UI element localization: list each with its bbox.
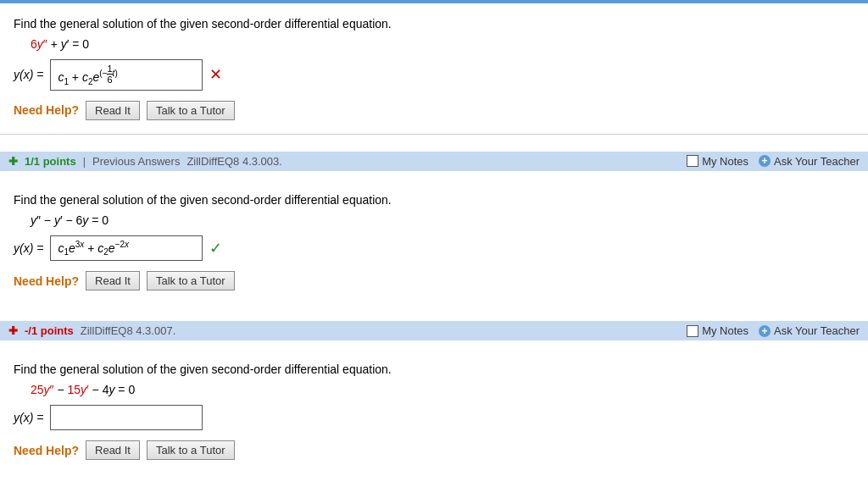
problem-0-title: Find the general solution of the given s… [14, 17, 854, 30]
problem-0-help-row: Need Help? Read It Talk to a Tutor [14, 101, 854, 120]
talk-to-tutor-0-button[interactable]: Talk to a Tutor [147, 101, 235, 120]
answer-0-label: y(x) = [14, 68, 43, 81]
problem-2-header-right: My Notes + Ask Your Teacher [687, 324, 860, 337]
problem-1-header-left: ✚ 1/1 points | Previous Answers ZillDiff… [8, 155, 282, 168]
problem-2-section: ✚ -/1 points ZillDiffEQ8 4.3.007. My Not… [0, 321, 868, 473]
equation-2-colored-2: 15y′ [68, 383, 89, 396]
equation-2-rest: − 4y = 0 [92, 383, 136, 396]
answer-2-label: y(x) = [14, 411, 43, 424]
problem-1-title: Find the general solution of the given s… [14, 193, 854, 207]
problem-2-equation: 25y″ − 15y′ − 4y = 0 [31, 383, 854, 396]
problem-2-body: Find the general solution of the given s… [0, 349, 868, 473]
my-notes-2-label: My Notes [702, 324, 748, 337]
problem-2-help-row: Need Help? Read It Talk to a Tutor [14, 440, 854, 460]
answer-2-input[interactable] [50, 405, 203, 430]
equation-colored-part: 6y″ [31, 37, 47, 51]
answer-1-box: c1e3x + c2e−2x [50, 235, 203, 261]
problem-1-equation: y″ − y′ − 6y = 0 [31, 213, 854, 227]
problem-2-header: ✚ -/1 points ZillDiffEQ8 4.3.007. My Not… [0, 321, 868, 340]
need-help-0-label: Need Help? [14, 103, 79, 117]
separator-1: | [83, 155, 86, 168]
problem-2-header-left: ✚ -/1 points ZillDiffEQ8 4.3.007. [8, 324, 175, 337]
incorrect-mark[interactable]: ✕ [209, 65, 222, 84]
ask-teacher-1-label: Ask Your Teacher [774, 155, 860, 168]
need-help-1-label: Need Help? [14, 274, 79, 288]
ask-teacher-2-label: Ask Your Teacher [774, 324, 860, 337]
my-notes-1-label: My Notes [702, 155, 748, 168]
problem-1-prev-answers: Previous Answers [92, 155, 180, 168]
answer-0-box: c1 + c2e(−16t) [50, 59, 203, 91]
problem-1-header: ✚ 1/1 points | Previous Answers ZillDiff… [0, 152, 868, 171]
answer-1-label: y(x) = [14, 241, 43, 255]
problem-1-section: ✚ 1/1 points | Previous Answers ZillDiff… [0, 152, 868, 304]
problem-1-help-row: Need Help? Read It Talk to a Tutor [14, 271, 854, 290]
problem-2-id: ZillDiffEQ8 4.3.007. [81, 324, 175, 337]
my-notes-2-button[interactable]: My Notes [687, 324, 748, 337]
problem-0-equation: 6y″ + y′ = 0 [31, 37, 854, 51]
problem-1-id: ZillDiffEQ8 4.3.003. [186, 155, 281, 168]
ask-teacher-1-button[interactable]: + Ask Your Teacher [759, 155, 860, 168]
ask-teacher-2-button[interactable]: + Ask Your Teacher [759, 324, 860, 337]
problem-0-section: Find the general solution of the given s… [0, 3, 868, 135]
problem-1-body: Find the general solution of the given s… [0, 180, 868, 304]
correct-mark-1: ✓ [209, 239, 222, 257]
checkbox-1-icon [687, 155, 698, 167]
problem-1-header-right: My Notes + Ask Your Teacher [687, 155, 860, 168]
answer-0-content: c1 + c2e(−16t) [58, 64, 117, 86]
equation-rest: + y′ = 0 [47, 37, 89, 51]
plus-circle-1-icon: + [759, 155, 771, 167]
problem-2-answer-line: y(x) = [14, 405, 854, 430]
answer-1-content: c1e3x + c2e−2x [58, 240, 129, 257]
plus-icon-2: ✚ [8, 324, 18, 337]
read-it-0-button[interactable]: Read It [86, 101, 140, 120]
problem-1-answer-line: y(x) = c1e3x + c2e−2x ✓ [14, 235, 854, 261]
problem-2-points: -/1 points [25, 324, 74, 337]
plus-icon-1: ✚ [8, 155, 18, 168]
talk-to-tutor-1-button[interactable]: Talk to a Tutor [147, 271, 235, 290]
read-it-2-button[interactable]: Read It [86, 440, 140, 460]
read-it-1-button[interactable]: Read It [86, 271, 140, 290]
checkbox-2-icon [687, 325, 698, 337]
my-notes-1-button[interactable]: My Notes [687, 155, 748, 168]
need-help-2-label: Need Help? [14, 444, 79, 457]
talk-to-tutor-2-button[interactable]: Talk to a Tutor [147, 440, 235, 460]
plus-circle-2-icon: + [759, 325, 771, 337]
problem-0-answer-line: y(x) = c1 + c2e(−16t) ✕ [14, 59, 854, 91]
equation-2-colored-1: 25y″ [31, 383, 54, 396]
equation-2-middle: − [57, 383, 67, 396]
problem-1-points: 1/1 points [25, 155, 76, 168]
problem-2-title: Find the general solution of the given s… [14, 362, 854, 376]
